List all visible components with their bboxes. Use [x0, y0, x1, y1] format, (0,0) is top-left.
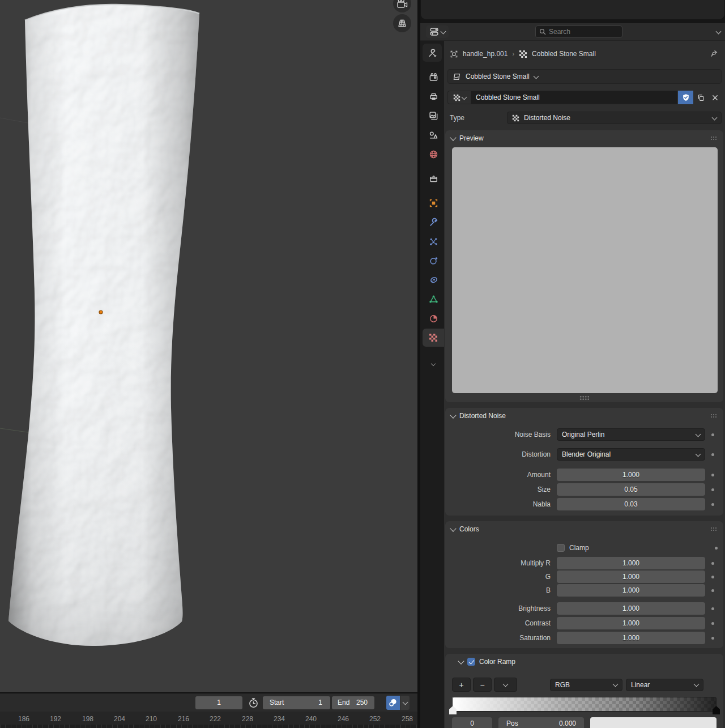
animate-decorator[interactable] — [705, 637, 720, 640]
grid-floor-gizmo[interactable] — [393, 14, 411, 32]
saturation-slider[interactable]: 1.000 — [557, 632, 705, 644]
texture-checker-icon — [519, 50, 527, 58]
panel-colors-header[interactable]: Colors — [445, 521, 723, 537]
tab-constraints[interactable] — [423, 271, 444, 289]
tab-texture-active[interactable] — [423, 329, 444, 347]
interpolation-dropdown[interactable]: Linear — [626, 679, 703, 691]
view-layer-icon — [429, 111, 438, 121]
ruler-tick: 204 — [114, 715, 125, 723]
stop-index-field[interactable]: 0 — [452, 717, 492, 728]
tab-particles[interactable] — [423, 232, 444, 250]
nabla-slider[interactable]: 0.03 — [557, 498, 705, 510]
panel-distorted-noise-title: Distorted Noise — [459, 412, 506, 420]
multiply-g-label: G — [445, 573, 557, 581]
stop-position-field[interactable]: Pos 0.000 — [498, 717, 584, 728]
multiply-r-slider[interactable]: 1.000 — [557, 557, 705, 569]
remove-stop-button[interactable]: − — [473, 678, 492, 692]
tab-render[interactable] — [423, 68, 444, 86]
ramp-stop-handle-white[interactable] — [449, 706, 457, 714]
multiply-g-slider[interactable]: 1.000 — [557, 571, 705, 583]
preview-resize-grip[interactable] — [445, 393, 723, 402]
tab-world[interactable] — [423, 145, 444, 163]
stone-column-mesh[interactable] — [8, 5, 199, 646]
timeline-editor[interactable]: 1 Start 1 End 250 186 192 198 204 210 21… — [0, 692, 417, 728]
color-mode-dropdown[interactable]: RGB — [550, 679, 622, 691]
tab-object-data[interactable] — [423, 290, 444, 308]
texture-type-dropdown[interactable]: Distorted Noise — [507, 112, 722, 124]
ruler-tick: 246 — [338, 715, 349, 723]
animate-decorator[interactable] — [705, 433, 720, 436]
animate-decorator[interactable] — [705, 622, 720, 625]
tab-output[interactable] — [423, 87, 444, 105]
viewport-3d[interactable] — [0, 0, 417, 692]
animate-decorator[interactable] — [705, 607, 720, 610]
texture-name-field[interactable]: Cobbled Stone Small — [471, 91, 677, 104]
animate-decorator[interactable] — [705, 474, 720, 476]
amount-label: Amount — [445, 471, 557, 479]
properties-editor-icon — [430, 28, 440, 36]
panel-drag-grip[interactable] — [710, 414, 718, 418]
playback-sync-toggle[interactable] — [386, 696, 400, 710]
pin-icon[interactable] — [710, 49, 718, 58]
clamp-checkbox[interactable] — [557, 544, 565, 552]
tab-scene[interactable] — [423, 126, 444, 144]
nabla-label: Nabla — [445, 500, 557, 508]
distortion-dropdown[interactable]: Blender Original — [557, 448, 705, 461]
animate-decorator[interactable] — [705, 562, 720, 565]
panel-drag-grip[interactable] — [710, 527, 718, 531]
brightness-slider[interactable]: 1.000 — [557, 602, 705, 615]
duplicate-datablock-button[interactable] — [694, 91, 708, 104]
playback-sync-dropdown[interactable] — [400, 696, 410, 710]
tab-object[interactable] — [423, 194, 444, 212]
browse-texture-button[interactable] — [447, 91, 471, 104]
tab-collection[interactable] — [423, 169, 444, 188]
tab-view-layer[interactable] — [423, 107, 444, 125]
tab-modifiers[interactable] — [423, 213, 444, 231]
brightness-row: Brightness 1.000 — [445, 602, 723, 615]
stopwatch-icon — [248, 696, 259, 709]
editor-type-button[interactable] — [426, 25, 449, 38]
frame-start-field[interactable]: Start 1 — [263, 696, 330, 709]
color-mode-value: RGB — [555, 681, 570, 689]
search-input[interactable]: Search — [535, 25, 622, 38]
unlink-datablock-button[interactable] — [709, 91, 722, 104]
timeline-ruler[interactable]: 186 192 198 204 210 216 222 228 234 240 … — [0, 712, 417, 725]
panel-drag-grip[interactable] — [710, 136, 718, 140]
ramp-options-button[interactable] — [494, 678, 517, 692]
type-label: Type — [447, 114, 506, 122]
contrast-slider[interactable]: 1.000 — [557, 617, 705, 629]
panel-preview-header[interactable]: Preview — [445, 130, 723, 146]
amount-slider[interactable]: 1.000 — [557, 469, 705, 481]
animate-decorator[interactable] — [705, 576, 720, 578]
animate-decorator[interactable] — [705, 488, 720, 491]
breadcrumb-texture[interactable]: Cobbled Stone Small — [532, 50, 596, 58]
header-options-chevron-icon[interactable] — [716, 28, 722, 34]
stop-color-swatch[interactable] — [590, 717, 717, 728]
size-slider[interactable]: 0.05 — [557, 483, 705, 496]
frame-end-field[interactable]: End 250 — [332, 696, 374, 709]
animate-decorator[interactable] — [709, 547, 723, 550]
animate-decorator[interactable] — [705, 453, 720, 456]
camera-view-gizmo[interactable] — [393, 0, 411, 12]
color-ramp-enable-checkbox[interactable] — [467, 658, 475, 666]
fake-user-toggle[interactable] — [678, 91, 693, 104]
current-frame-field[interactable]: 1 — [195, 696, 242, 709]
panel-distorted-noise-header[interactable]: Distorted Noise — [445, 408, 723, 424]
color-ramp-gradient[interactable] — [452, 697, 717, 712]
animate-decorator[interactable] — [705, 589, 720, 592]
tab-material[interactable] — [423, 309, 444, 327]
texture-id-block: Cobbled Stone Small — [447, 91, 722, 104]
tab-tool[interactable] — [423, 44, 442, 62]
noise-basis-dropdown[interactable]: Original Perlin — [557, 428, 705, 441]
timeline-frame-ticks[interactable] — [0, 725, 417, 728]
panel-color-ramp-header[interactable]: Color Ramp — [445, 654, 723, 670]
animate-decorator[interactable] — [705, 503, 720, 506]
add-stop-button[interactable]: + — [452, 678, 471, 692]
clamp-label: Clamp — [569, 544, 589, 552]
ramp-stop-handle-black[interactable] — [713, 706, 720, 714]
tab-strip-overflow[interactable] — [423, 355, 444, 373]
tab-physics[interactable] — [423, 252, 444, 270]
breadcrumb-object[interactable]: handle_hp.001 — [463, 50, 508, 58]
texture-context-selector[interactable]: Cobbled Stone Small — [447, 69, 722, 84]
multiply-b-slider[interactable]: 1.000 — [557, 584, 705, 597]
